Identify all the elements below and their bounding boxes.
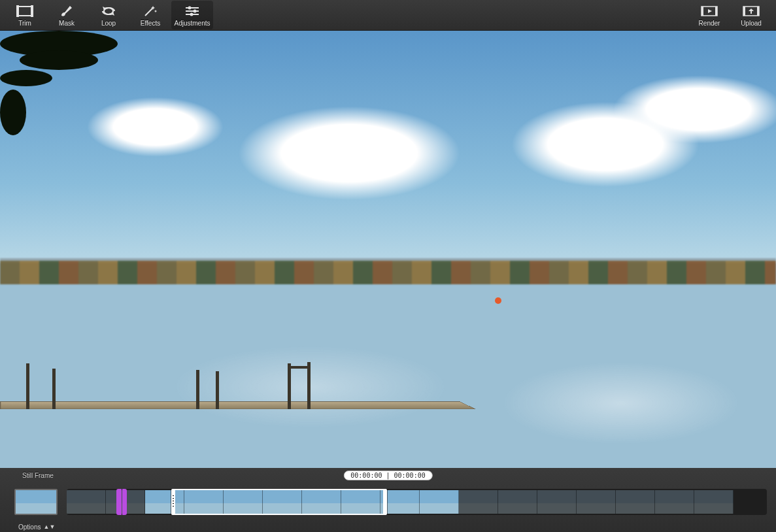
updown-icon: ▲▼: [43, 524, 55, 530]
timeline-frame[interactable]: [498, 490, 537, 514]
still-frame-label: Still Frame: [0, 472, 54, 479]
timeline-frame[interactable]: [694, 490, 734, 514]
toolbar-label: Loop: [101, 20, 116, 27]
toolbar-label: Mask: [59, 20, 75, 27]
preview-area[interactable]: [0, 31, 776, 468]
timeline-frame[interactable]: [224, 490, 263, 514]
timeline-frame[interactable]: [67, 490, 106, 514]
toolbar-label: Adjustments: [174, 20, 210, 27]
options-menu[interactable]: Options ▲▼: [0, 522, 776, 532]
svg-rect-10: [701, 7, 703, 16]
filmstrip: [67, 490, 734, 514]
trim-icon: [16, 4, 33, 18]
toolbar-label: Effects: [141, 20, 160, 27]
loop-icon: [100, 4, 117, 18]
adjustments-button[interactable]: Adjustments: [171, 1, 213, 29]
timeline-frame[interactable]: [145, 490, 184, 514]
preview-image: [0, 31, 776, 468]
timeline-frame[interactable]: [616, 490, 655, 514]
sliders-icon: [184, 4, 200, 18]
toolbar-label: Upload: [741, 20, 762, 27]
sparkle-icon: [143, 4, 158, 18]
svg-rect-2: [31, 5, 33, 17]
trim-button[interactable]: Trim: [4, 1, 46, 29]
svg-rect-1: [16, 5, 19, 17]
toolbar-right-group: Render Upload: [688, 1, 772, 29]
render-button[interactable]: Render: [688, 1, 730, 29]
toolbar-label: Trim: [18, 20, 31, 27]
timeline[interactable]: [67, 489, 767, 515]
timeline-frame[interactable]: [577, 490, 616, 514]
upload-icon: [743, 4, 760, 18]
still-frame-thumbnail[interactable]: [14, 489, 58, 515]
svg-rect-14: [757, 7, 759, 16]
timeline-frame[interactable]: [380, 490, 420, 514]
timeline-frame[interactable]: [655, 490, 694, 514]
toolbar-left-group: Trim Mask Loop Effects: [4, 1, 213, 29]
options-label: Options: [18, 524, 41, 531]
timecode-current: 00:00:00: [350, 472, 382, 479]
bottom-panel: Still Frame 00:00:00 | 00:00:00 Options …: [0, 468, 776, 532]
loop-button[interactable]: Loop: [88, 1, 129, 29]
transition-marker[interactable]: [116, 489, 127, 515]
timeline-frame[interactable]: [184, 490, 224, 514]
timeline-frame[interactable]: [263, 490, 302, 514]
svg-point-6: [194, 9, 197, 12]
upload-button[interactable]: Upload: [730, 1, 772, 29]
svg-rect-13: [743, 7, 745, 16]
filmstrip-row: [0, 482, 776, 522]
render-icon: [701, 4, 718, 18]
timecode-total: 00:00:00: [394, 472, 426, 479]
timeline-frame[interactable]: [302, 490, 341, 514]
toolbar-label: Render: [699, 20, 720, 27]
timecode-display: 00:00:00 | 00:00:00: [343, 471, 432, 480]
toolbar: Trim Mask Loop Effects: [0, 0, 776, 31]
mask-button[interactable]: Mask: [46, 1, 88, 29]
timeline-frame[interactable]: [420, 490, 459, 514]
time-row: Still Frame 00:00:00 | 00:00:00: [0, 468, 776, 482]
svg-point-8: [190, 12, 194, 16]
brush-icon: [59, 4, 74, 18]
timeline-frame[interactable]: [341, 490, 380, 514]
effects-button[interactable]: Effects: [129, 1, 171, 29]
timeline-frame[interactable]: [459, 490, 498, 514]
timeline-frame[interactable]: [537, 490, 577, 514]
svg-rect-11: [715, 7, 717, 16]
svg-rect-0: [18, 7, 32, 16]
svg-point-4: [188, 6, 192, 9]
